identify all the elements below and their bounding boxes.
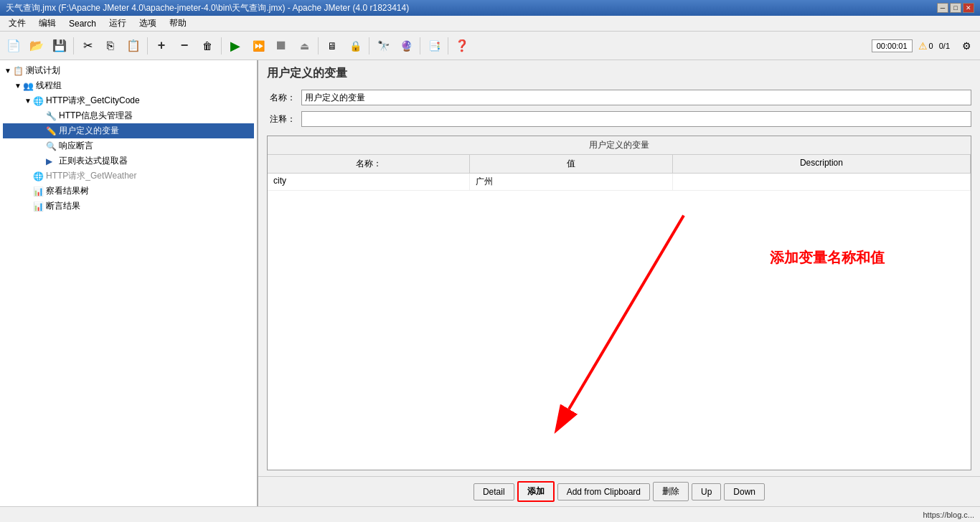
thread-group-icon: 👥 bbox=[23, 81, 34, 91]
toggle-http-req[interactable]: ▼ bbox=[24, 97, 33, 105]
tree-item-view-results-tree[interactable]: ▶ 📊 察看结果树 bbox=[3, 184, 254, 199]
toggle-test-plan[interactable]: ▼ bbox=[4, 67, 13, 75]
title-text: 天气查询.jmx (F:\Apache JMeter 4.0\apache-jm… bbox=[6, 2, 409, 14]
add-button[interactable]: 添加 bbox=[517, 481, 555, 502]
comment-input[interactable] bbox=[301, 111, 971, 127]
test-plan-icon: 📋 bbox=[13, 66, 24, 76]
open-button[interactable]: 📂 bbox=[26, 35, 47, 57]
new-button[interactable]: 📄 bbox=[3, 35, 24, 57]
tree-item-regex-extractor[interactable]: ▶ ▶ 正则表达式提取器 bbox=[3, 153, 254, 169]
close-button[interactable]: ✕ bbox=[963, 3, 974, 13]
arrow-annotation-svg bbox=[268, 191, 971, 470]
detail-button[interactable]: Detail bbox=[473, 483, 514, 500]
variable-table-container: 用户定义的变量 名称： 值 Description city 广州 bbox=[267, 136, 971, 470]
toolbar-right: 00:00:01 ⚠ 0 0/1 ⚙ bbox=[872, 35, 977, 57]
col-header-desc: Description bbox=[673, 155, 971, 173]
time-display: 00:00:01 bbox=[872, 39, 913, 52]
cut-button[interactable]: ✂ bbox=[77, 35, 98, 57]
view-results-icon: 📊 bbox=[33, 186, 44, 196]
window-controls: ─ □ ✕ bbox=[937, 3, 974, 13]
page-counter: 0/1 bbox=[939, 42, 950, 50]
toggle-thread-group[interactable]: ▼ bbox=[14, 82, 23, 90]
remote-start-icon[interactable]: 🖥 bbox=[321, 35, 343, 57]
binoculars-icon[interactable]: 🔭 bbox=[372, 35, 394, 57]
regex-extractor-icon: ▶ bbox=[46, 156, 57, 166]
template-icon[interactable]: 📑 bbox=[423, 35, 445, 57]
save-button[interactable]: 💾 bbox=[49, 35, 70, 57]
tree-label-test-plan: 测试计划 bbox=[26, 65, 60, 77]
maximize-button[interactable]: □ bbox=[950, 3, 961, 13]
separator-1 bbox=[73, 37, 74, 54]
tree-item-test-plan[interactable]: ▼ 📋 测试计划 bbox=[3, 63, 254, 78]
annotation-area: 添加变量名称和值 bbox=[268, 191, 971, 470]
tree-label-http-req-getcitycode: HTTP请求_GetCityCode bbox=[46, 95, 140, 107]
clear-button[interactable]: 🗑 bbox=[197, 35, 218, 57]
http-req-getcitycode-icon: 🌐 bbox=[33, 96, 44, 106]
separator-6 bbox=[420, 37, 420, 54]
remove-button[interactable]: − bbox=[174, 35, 195, 57]
tree-label-http-header-mgr: HTTP信息头管理器 bbox=[59, 110, 133, 122]
add-button[interactable]: + bbox=[151, 35, 172, 57]
comment-label: 注释： bbox=[267, 113, 296, 125]
settings-icon[interactable]: ⚙ bbox=[956, 35, 977, 57]
menubar: 文件 编辑 Search 运行 选项 帮助 bbox=[0, 16, 980, 32]
assert-result-icon: 📊 bbox=[33, 201, 44, 212]
statusbar: https://blog.c... bbox=[0, 506, 980, 522]
tree-label-thread-group: 线程组 bbox=[36, 80, 62, 92]
down-button[interactable]: Down bbox=[724, 483, 765, 500]
tree-item-assert-response[interactable]: ▶ 🔍 响应断言 bbox=[3, 138, 254, 153]
main-content: ▼ 📋 测试计划 ▼ 👥 线程组 ▼ 🌐 HTTP请求_GetCityCode … bbox=[0, 60, 980, 506]
cell-desc-0 bbox=[673, 174, 971, 190]
shutdown-button[interactable]: ⏏ bbox=[293, 35, 315, 57]
separator-7 bbox=[448, 37, 448, 54]
svg-line-1 bbox=[569, 216, 684, 409]
delete-button[interactable]: 删除 bbox=[653, 482, 689, 501]
warning-icon: ⚠ bbox=[918, 40, 928, 52]
start-no-pause-button[interactable]: ⏩ bbox=[248, 35, 269, 57]
name-row: 名称： bbox=[258, 87, 980, 108]
right-panel: 用户定义的变量 名称： 注释： 用户定义的变量 名称： 值 Descriptio… bbox=[258, 60, 980, 506]
user-vars-icon: ✏️ bbox=[46, 126, 57, 136]
assert-response-icon: 🔍 bbox=[46, 141, 57, 151]
tree-label-assert-response: 响应断言 bbox=[59, 140, 93, 152]
panel-title: 用户定义的变量 bbox=[258, 60, 980, 87]
col-header-value: 值 bbox=[470, 155, 672, 173]
tree-item-http-req-getcitycode[interactable]: ▼ 🌐 HTTP请求_GetCityCode bbox=[3, 93, 254, 108]
menu-run[interactable]: 运行 bbox=[103, 16, 132, 31]
left-panel: ▼ 📋 测试计划 ▼ 👥 线程组 ▼ 🌐 HTTP请求_GetCityCode … bbox=[0, 60, 258, 506]
menu-edit[interactable]: 编辑 bbox=[33, 16, 62, 31]
tree-label-assert-result: 断言结果 bbox=[46, 200, 80, 212]
tree-item-thread-group[interactable]: ▼ 👥 线程组 bbox=[3, 78, 254, 93]
stop-button[interactable]: ⏹ bbox=[270, 35, 292, 57]
table-row[interactable]: city 广州 bbox=[268, 174, 971, 191]
http-header-mgr-icon: 🔧 bbox=[46, 111, 57, 121]
paste-button[interactable]: 📋 bbox=[123, 35, 144, 57]
menu-help[interactable]: 帮助 bbox=[164, 16, 192, 31]
tree-item-user-defined-vars[interactable]: ▶ ✏️ 用户定义的变量 bbox=[3, 123, 254, 138]
tree-item-http-req-getweather[interactable]: ▶ 🌐 HTTP请求_GetWeather bbox=[3, 169, 254, 184]
name-input[interactable] bbox=[301, 90, 971, 105]
separator-3 bbox=[221, 37, 222, 54]
help-icon[interactable]: ❓ bbox=[451, 35, 473, 57]
tree-item-http-header-mgr[interactable]: ▶ 🔧 HTTP信息头管理器 bbox=[3, 108, 254, 123]
add-from-clipboard-button[interactable]: Add from Clipboard bbox=[557, 483, 650, 500]
menu-options[interactable]: 选项 bbox=[133, 16, 162, 31]
warning-count: 0 bbox=[929, 42, 933, 50]
col-header-name: 名称： bbox=[268, 155, 470, 173]
warning-badge: ⚠ 0 bbox=[918, 40, 933, 52]
cell-name-0: city bbox=[268, 174, 470, 190]
annotation-text: 添加变量名称和值 bbox=[770, 248, 885, 267]
copy-button[interactable]: ⎘ bbox=[100, 35, 121, 57]
http-req-getweather-icon: 🌐 bbox=[33, 171, 44, 181]
menu-file[interactable]: 文件 bbox=[3, 16, 32, 31]
remote-stop-icon[interactable]: 🔒 bbox=[344, 35, 366, 57]
tree-item-assert-result[interactable]: ▶ 📊 断言结果 bbox=[3, 199, 254, 214]
play-button[interactable]: ▶ bbox=[225, 35, 246, 57]
table-section-header: 用户定义的变量 bbox=[268, 136, 971, 155]
minimize-button[interactable]: ─ bbox=[937, 3, 948, 13]
separator-5 bbox=[369, 37, 369, 54]
func-helper-icon[interactable]: 🔮 bbox=[395, 35, 417, 57]
separator-4 bbox=[318, 37, 319, 54]
up-button[interactable]: Up bbox=[692, 483, 721, 500]
menu-search[interactable]: Search bbox=[63, 17, 102, 30]
